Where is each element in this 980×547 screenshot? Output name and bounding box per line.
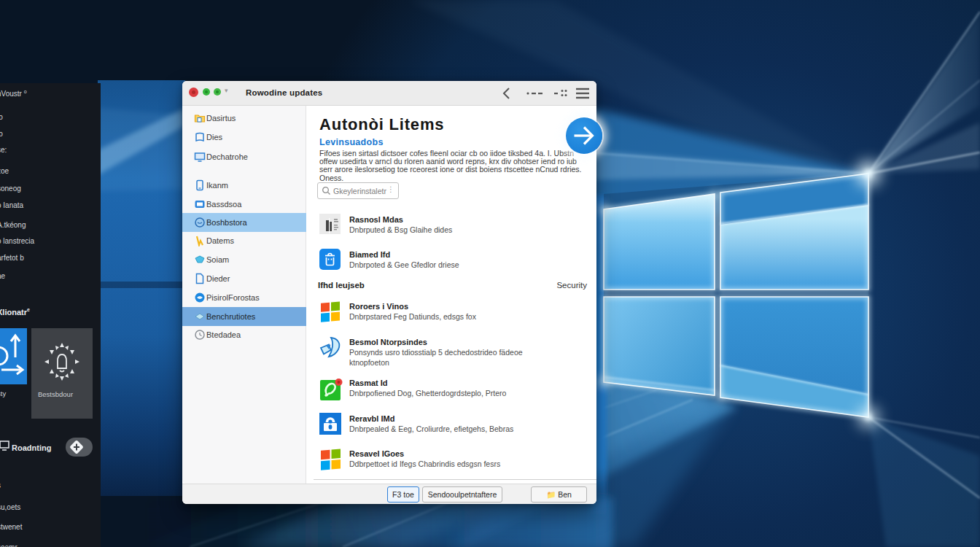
svg-text:Bestsbdour: Bestsbdour [38, 390, 73, 398]
